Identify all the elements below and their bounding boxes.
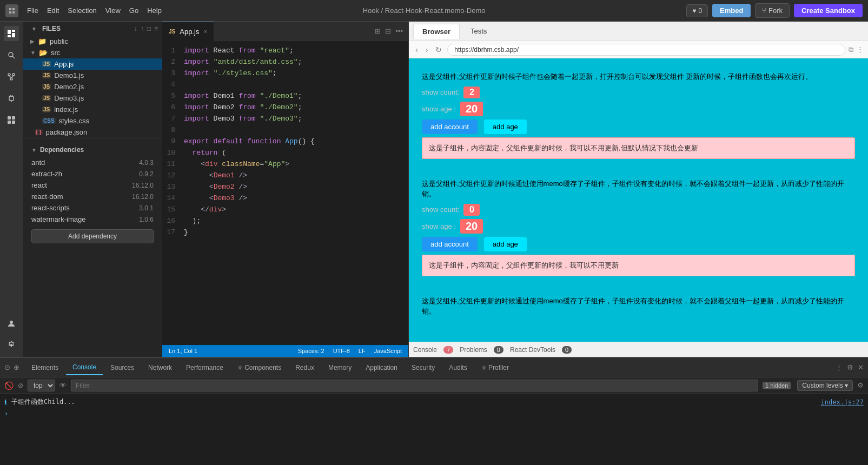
svg-rect-0: [8, 6, 16, 15]
console-top-select[interactable]: top: [28, 380, 55, 391]
dep-watermark-name: watermark-image: [31, 215, 85, 223]
browser-forward-button[interactable]: ›: [423, 44, 430, 55]
extensions-icon[interactable]: [4, 112, 19, 128]
dep-reactscripts-version: 3.0.1: [139, 204, 154, 212]
svg-rect-16: [9, 96, 14, 101]
more-icon[interactable]: ≡: [154, 25, 158, 32]
menu-selection[interactable]: Selection: [68, 6, 96, 15]
tab-close-icon[interactable]: ×: [203, 28, 207, 35]
css-icon-styles: CSS: [42, 118, 56, 124]
fork-button[interactable]: ⑂ Fork: [755, 3, 790, 18]
add-dependency-button[interactable]: Add dependency: [31, 229, 154, 243]
browser-more-icon[interactable]: ⋮: [857, 45, 864, 54]
js-icon-demo3: JS: [42, 95, 51, 101]
menu-view[interactable]: View: [105, 6, 121, 15]
settings-icon[interactable]: [4, 337, 19, 353]
demo2-count-value: 0: [463, 204, 480, 216]
menu-file[interactable]: File: [27, 6, 38, 15]
custom-levels-button[interactable]: Custom levels ▾: [797, 380, 853, 391]
new-file-icon[interactable]: ↓: [134, 25, 137, 32]
devtools-tab-redux[interactable]: Redux: [289, 361, 321, 375]
react-devtools-label[interactable]: React DevTools: [510, 346, 555, 354]
console-info-icon: ℹ: [4, 398, 7, 406]
devtools-icons-left[interactable]: ⊙: [4, 363, 10, 371]
source-control-icon[interactable]: [4, 69, 19, 84]
folder-public[interactable]: ▶ 📁 public: [23, 36, 162, 47]
menu-go[interactable]: Go: [129, 6, 138, 15]
console-prohibit-icon[interactable]: 🚫: [4, 381, 14, 390]
browser-tab-browser[interactable]: Browser: [413, 24, 460, 39]
file-demo3js[interactable]: JS Demo3.js: [23, 92, 162, 104]
file-packagejson[interactable]: { } package.json: [23, 127, 162, 138]
devtools-more-icon[interactable]: ⋮: [836, 363, 843, 371]
devtools-tab-profiler[interactable]: ⚛ Profiler: [475, 361, 515, 375]
browser-tab-tests[interactable]: Tests: [462, 24, 495, 38]
browser-address-input[interactable]: [447, 44, 845, 56]
file-demo1js[interactable]: JS Demo1.js: [23, 70, 162, 81]
create-sandbox-button[interactable]: Create Sandbox: [794, 4, 863, 17]
dep-extract-zh: extract-zh 0.9.2: [23, 168, 162, 180]
devtools-tab-sources[interactable]: Sources: [104, 361, 141, 375]
new-folder-icon[interactable]: ↑: [141, 25, 144, 32]
debug-icon[interactable]: [4, 91, 19, 106]
demo2-add-age-button[interactable]: add age: [484, 237, 527, 251]
collapse-icon[interactable]: □: [147, 25, 151, 32]
more-icon[interactable]: •••: [395, 27, 403, 35]
demo1-add-age-button[interactable]: add age: [484, 119, 527, 134]
console-prohibit2-icon[interactable]: ⊘: [18, 382, 23, 389]
console-line-1: ℹ 子组件函数Child... index.js:27: [0, 396, 868, 408]
file-appjs[interactable]: JS App.js: [23, 58, 162, 70]
dep-watermark: watermark-image 1.0.6: [23, 214, 162, 225]
browser-refresh-button[interactable]: ↻: [433, 44, 444, 55]
file-indexjs[interactable]: JS index.js: [23, 104, 162, 115]
console-label[interactable]: Console: [413, 346, 437, 354]
files-icon[interactable]: [4, 26, 19, 41]
dep-watermark-version: 1.0.6: [139, 216, 154, 223]
console-filter-input[interactable]: [71, 380, 758, 391]
eye-icon[interactable]: 👁: [59, 381, 67, 389]
folder-public-icon: 📁: [38, 37, 47, 45]
demo2-add-account-button[interactable]: add account: [422, 237, 478, 251]
custom-levels-label: Custom levels: [802, 382, 843, 389]
browser-back-button[interactable]: ‹: [413, 44, 420, 55]
dependencies-title: Dependencies: [40, 146, 84, 154]
split-vertical-icon[interactable]: ⊞: [375, 27, 381, 35]
file-stylescss[interactable]: CSS styles.css: [23, 115, 162, 127]
menu-help[interactable]: Help: [147, 6, 162, 15]
devtools-gear-icon[interactable]: ⚙: [857, 381, 864, 389]
demo1-buttons: add account add age: [422, 119, 855, 134]
dependencies-header[interactable]: ▼ Dependencies: [23, 143, 162, 157]
devtools-tab-network[interactable]: Network: [142, 361, 178, 375]
devtools-tab-console[interactable]: Console: [66, 360, 103, 375]
devtools-tab-security[interactable]: Security: [405, 361, 441, 375]
search-icon[interactable]: [4, 48, 19, 63]
account-icon[interactable]: [4, 316, 19, 331]
heart-button[interactable]: ♥ 0: [686, 4, 708, 17]
split-horizontal-icon[interactable]: ⊟: [385, 27, 391, 35]
devtools-tab-memory[interactable]: Memory: [322, 361, 358, 375]
menu-edit[interactable]: Edit: [47, 6, 59, 15]
open-new-tab-icon[interactable]: ⧉: [849, 45, 853, 54]
svg-point-12: [12, 74, 15, 76]
problems-label[interactable]: Problems: [460, 346, 487, 354]
devtools-icons-left2[interactable]: ⊕: [14, 363, 19, 371]
editor-tab-appjs[interactable]: JS App.js ×: [162, 22, 214, 41]
devtools-tab-components[interactable]: ⚛ Components: [231, 361, 288, 375]
console-log-link[interactable]: index.js:27: [821, 398, 864, 406]
devtools-close-icon[interactable]: ✕: [858, 363, 864, 371]
devtools-tab-audits[interactable]: Audits: [442, 361, 473, 375]
devtools-tab-elements[interactable]: Elements: [25, 361, 65, 375]
code-line-10: 10 return (: [162, 148, 408, 159]
embed-button[interactable]: Embed: [712, 4, 751, 17]
folder-arrow: ▶: [30, 38, 35, 44]
file-demo2js[interactable]: JS Demo2.js: [23, 81, 162, 92]
console-prompt-line[interactable]: ›: [0, 408, 868, 419]
react-devtools-badge: 0: [562, 346, 572, 354]
devtools-settings-icon[interactable]: ⚙: [847, 363, 853, 371]
demo1-add-account-button[interactable]: add account: [422, 119, 478, 134]
code-editor[interactable]: 1 import React from "react"; 2 import "a…: [162, 41, 408, 345]
custom-levels-chevron: ▾: [845, 382, 848, 389]
devtools-tab-performance[interactable]: Performance: [180, 361, 230, 375]
folder-src[interactable]: ▼ 📂 src: [23, 47, 162, 58]
devtools-tab-application[interactable]: Application: [359, 361, 404, 375]
